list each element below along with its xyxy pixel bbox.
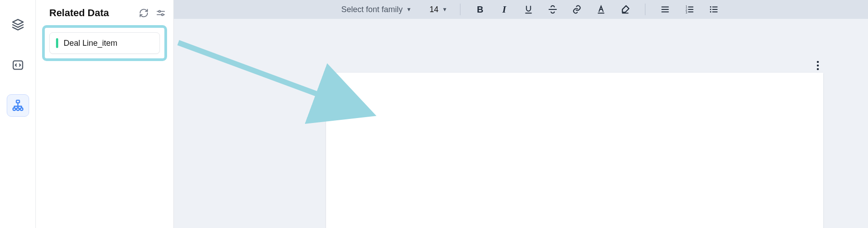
svg-point-26 [710,11,711,13]
font-family-select[interactable]: Select font family ▼ [338,3,415,16]
hierarchy-icon [12,99,24,112]
code-icon [12,59,24,71]
caret-down-icon: ▼ [406,6,412,13]
sliders-icon [156,8,166,18]
svg-point-25 [710,9,711,10]
svg-point-24 [710,6,711,8]
svg-point-30 [817,61,819,63]
refresh-icon [139,8,149,18]
text-color-icon [596,4,606,14]
italic-button[interactable]: I [494,2,515,17]
strikethrough-icon [548,4,558,14]
layers-icon [12,18,24,31]
svg-marker-0 [13,19,23,25]
link-button[interactable] [566,2,588,17]
related-card-accent [56,38,58,48]
underline-icon [524,4,533,14]
more-options-button[interactable] [812,59,824,72]
font-size-value: 14 [430,5,438,14]
editor-toolbar: Select font family ▼ 14 ▼ B I [174,0,868,19]
font-size-select[interactable]: 14 ▼ [426,3,451,16]
sidepanel-header: Related Data [40,5,169,25]
svg-point-31 [817,65,819,67]
svg-rect-1 [13,61,22,70]
highlight-color-button[interactable] [614,2,636,17]
canvas[interactable] [174,19,868,228]
related-card-label: Deal Line_item [64,39,117,48]
related-card[interactable]: Deal Line_item [49,32,160,54]
font-family-label: Select font family [341,5,403,14]
main-area: Select font family ▼ 14 ▼ B I [174,0,868,228]
svg-point-7 [159,10,160,12]
ordered-list-button[interactable]: 1 2 3 [679,2,700,17]
caret-down-icon: ▼ [442,6,447,13]
more-vertical-icon [816,61,819,70]
toolbar-separator [645,4,645,15]
strikethrough-button[interactable] [542,2,563,17]
highlight-icon [620,4,630,14]
text-color-button[interactable] [590,2,612,17]
document-page[interactable] [326,73,823,228]
align-justify-button[interactable] [654,2,676,17]
rail-item-code[interactable] [7,54,29,76]
related-data-panel: Related Data [36,0,174,228]
rail-item-hierarchy[interactable] [7,94,29,117]
sidepanel-title: Related Data [49,7,109,19]
svg-text:3: 3 [686,11,688,14]
bold-button[interactable]: B [469,2,491,17]
left-rail [0,0,36,228]
align-justify-icon [660,4,670,14]
svg-point-9 [162,14,163,16]
unordered-list-icon [709,4,718,14]
settings-sliders-button[interactable] [155,8,166,18]
toolbar-separator [460,4,460,15]
svg-point-32 [817,68,819,70]
unordered-list-button[interactable] [703,2,724,17]
rail-item-layers[interactable] [7,13,29,36]
underline-button[interactable] [518,2,539,17]
refresh-button[interactable] [138,8,149,18]
link-icon [572,4,582,14]
ordered-list-icon: 1 2 3 [684,4,694,14]
sidepanel-actions [138,8,166,18]
related-card-highlight: Deal Line_item [42,25,167,61]
